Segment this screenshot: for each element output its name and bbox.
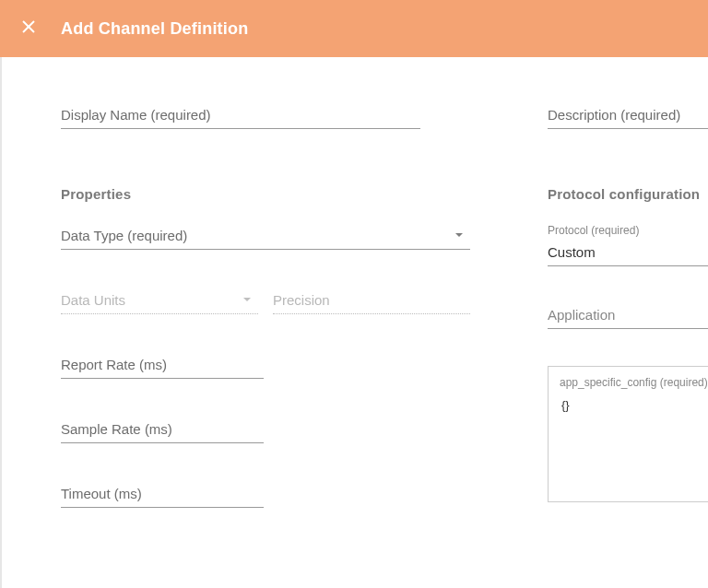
dialog-title: Add Channel Definition	[61, 19, 248, 39]
application-field	[548, 303, 708, 329]
data-type-select[interactable]	[61, 224, 470, 250]
protocol-field[interactable]: Protocol (required) Custom	[548, 224, 708, 266]
dialog-body: Properties	[0, 57, 708, 588]
dialog-root: Add Channel Definition Properties	[0, 0, 708, 588]
sample-rate-field	[61, 417, 470, 443]
protocol-value[interactable]: Custom	[548, 242, 708, 266]
dropdown-caret-icon	[242, 292, 253, 309]
application-input[interactable]	[548, 303, 708, 329]
timeout-input[interactable]	[61, 482, 264, 508]
display-name-input[interactable]	[61, 103, 420, 129]
report-rate-input[interactable]	[61, 353, 264, 379]
data-units-select[interactable]	[61, 288, 258, 314]
dialog-header: Add Channel Definition	[0, 0, 708, 57]
description-field	[548, 103, 708, 129]
precision-field	[273, 288, 470, 314]
data-units-input[interactable]	[61, 288, 258, 314]
close-button[interactable]	[17, 17, 41, 41]
dropdown-caret-icon	[454, 228, 465, 244]
left-column: Properties	[61, 103, 470, 547]
app-config-textarea[interactable]	[560, 396, 708, 488]
app-config-label: app_specific_config (required)	[560, 376, 708, 389]
report-rate-field	[61, 353, 470, 379]
app-config-box: app_specific_config (required)	[548, 366, 708, 502]
protocol-section-title: Protocol configuration	[548, 186, 708, 202]
sample-rate-input[interactable]	[61, 417, 264, 443]
close-icon	[21, 19, 36, 38]
data-type-input[interactable]	[61, 224, 470, 250]
description-input[interactable]	[548, 103, 708, 129]
protocol-label: Protocol (required)	[548, 224, 708, 237]
precision-input[interactable]	[273, 288, 470, 314]
display-name-field	[61, 103, 420, 129]
properties-section-title: Properties	[61, 186, 470, 202]
right-column: Protocol configuration Protocol (require…	[548, 103, 708, 547]
timeout-field	[61, 482, 470, 508]
